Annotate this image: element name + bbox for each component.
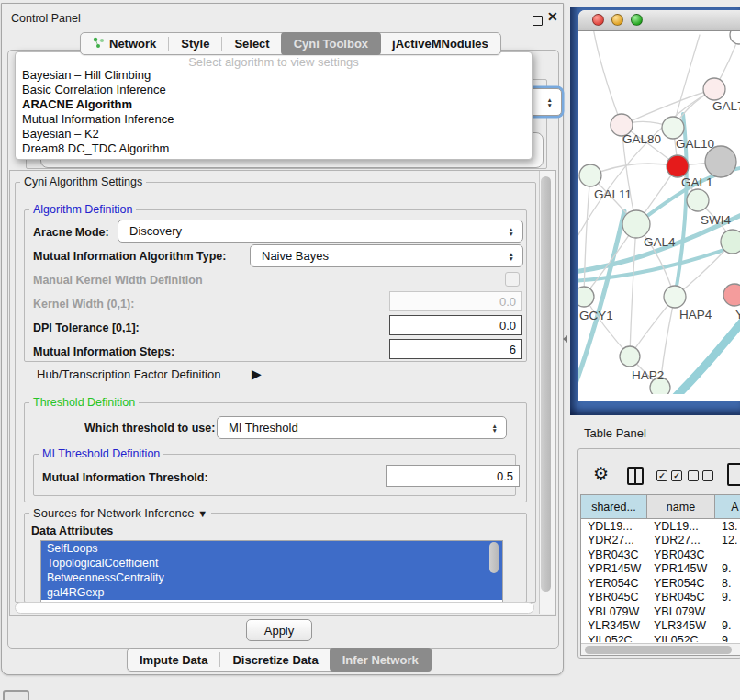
network-node-hap2[interactable] [620, 346, 640, 367]
tab-style[interactable]: Style [169, 33, 221, 54]
dpi-tolerance-field[interactable]: 0.0 [389, 315, 522, 335]
algorithm-option-bayesian-k2[interactable]: Bayesian – K2 [20, 127, 527, 141]
column-header-a[interactable]: A [715, 495, 740, 519]
select-all-columns-icon[interactable]: ✓ ✓ [656, 470, 682, 481]
combo-arrows-icon: ▲▼ [509, 251, 514, 261]
network-window-titlebar[interactable] [578, 10, 740, 31]
tab-impute-data[interactable]: Impute Data [128, 649, 219, 671]
attributes-list-scrollbar[interactable] [489, 542, 499, 573]
network-node-gcy1[interactable] [578, 287, 594, 307]
network-edge[interactable] [584, 297, 630, 356]
network-edge[interactable] [590, 164, 678, 175]
float-window-icon[interactable] [533, 16, 543, 26]
table-horizontal-scrollbar-thumb[interactable] [585, 646, 732, 654]
which-threshold-combobox[interactable]: MI Threshold ▲▼ [217, 416, 507, 439]
tab-label: Cyni Toolbox [294, 37, 368, 51]
tab-select[interactable]: Select [222, 33, 281, 54]
tab-cyni-toolbox[interactable]: Cyni Toolbox [281, 32, 381, 55]
network-node-gal4[interactable] [622, 210, 650, 238]
network-node-swi4[interactable] [687, 189, 709, 211]
table-row[interactable]: YER054CYER054C8. [581, 576, 740, 591]
network-node-yel[interactable] [723, 284, 740, 306]
tab-discretize-data[interactable]: Discretize Data [220, 649, 330, 671]
column-layout-icon[interactable] [627, 467, 644, 485]
settings-horizontal-scrollbar[interactable] [15, 602, 534, 614]
control-panel-tab-bar: NetworkStyleSelectCyni ToolboxjActiveMNo… [80, 32, 501, 55]
deselect-all-columns-icon[interactable] [688, 470, 713, 481]
table-cell: YBR045C [647, 591, 715, 604]
network-edge[interactable] [673, 35, 700, 128]
attribute-item-topologicalcoefficient[interactable]: TopologicalCoefficient [41, 556, 502, 570]
table-row[interactable]: YLR345WYLR345W9. [581, 619, 740, 634]
mi-steps-value: 6 [510, 343, 516, 356]
table-horizontal-scrollbar-track[interactable] [581, 643, 740, 656]
dpi-tolerance-label: DPI Tolerance [0,1]: [33, 322, 140, 334]
table-row[interactable]: YPR145WYPR145W9. [581, 562, 740, 577]
network-node-gal1[interactable] [667, 155, 689, 177]
network-node[interactable] [721, 230, 740, 254]
algorithm-option-basic-correlation-inference[interactable]: Basic Correlation Inference [20, 83, 527, 97]
zoom-traffic-light[interactable] [631, 14, 643, 26]
table-settings-gear-icon[interactable]: ⚙ [593, 465, 609, 482]
network-node-gal7[interactable] [703, 78, 725, 100]
network-node[interactable] [705, 146, 736, 177]
aracne-mode-combobox[interactable]: Discovery ▲▼ [118, 220, 523, 243]
hub-expand-arrow-icon[interactable]: ▶ [252, 367, 262, 381]
network-canvas[interactable]: GAL7GAL80GAL10GAL1GAL11SWI4GAL4GCY1HAP4Y… [578, 31, 740, 394]
table-row[interactable]: YBL079WYBL079W [581, 604, 740, 619]
attribute-item-betweennesscentrality[interactable]: BetweennessCentrality [41, 570, 502, 585]
table-row[interactable]: YBR043CYBR043C [581, 548, 740, 562]
table-row[interactable]: YDR27...YDR27...12. [581, 534, 740, 548]
close-window-icon[interactable]: ✕ [547, 9, 558, 24]
network-node-gal10[interactable] [662, 117, 684, 139]
minimized-panel-icon[interactable] [3, 690, 29, 700]
network-edge[interactable] [593, 31, 622, 125]
manual-kernel-width-checkbox[interactable] [505, 272, 520, 287]
settings-vertical-scrollbar-thumb[interactable] [541, 176, 551, 592]
table-row[interactable]: YIL052CYIL052C9. [581, 633, 740, 642]
network-node-gal11[interactable] [579, 164, 601, 186]
mi-algorithm-type-combobox[interactable]: Naive Bayes ▲▼ [250, 244, 523, 267]
mi-steps-field[interactable]: 6 [389, 339, 522, 359]
algorithm-option-bayesian-hill-climbing[interactable]: Bayesian – Hill Climbing [20, 68, 527, 83]
network-node-hap4[interactable] [664, 286, 686, 308]
aracne-mode-label: Aracne Mode: [33, 226, 109, 239]
panel-splitter-arrow-icon[interactable] [563, 335, 567, 343]
kernel-width-field[interactable]: 0.0 [389, 291, 522, 311]
control-panel-title: Control Panel [11, 12, 81, 25]
algorithm-option-dream8-dc-tdc-algorithm[interactable]: Dream8 DC_TDC Algorithm [20, 141, 527, 156]
mi-algorithm-type-value: Naive Bayes [262, 249, 329, 263]
collapse-arrow-icon[interactable]: ▼ [197, 508, 207, 519]
attribute-item-gal4rgexp[interactable]: gal4RGexp [41, 585, 502, 600]
new-table-file-icon[interactable] [727, 463, 740, 486]
tab-network[interactable]: Network [81, 33, 168, 54]
minimize-traffic-light[interactable] [611, 14, 623, 26]
checked-box-icon: ✓ [671, 470, 682, 481]
node-attribute-table: shared...nameA YDL19...YDL19...13.YDR27.… [580, 494, 740, 656]
tab-label: Discretize Data [232, 653, 318, 667]
table-row[interactable]: YBR045CYBR045C9. [581, 591, 740, 605]
attribute-item-selfloops[interactable]: SelfLoops [41, 541, 502, 556]
table-cell: YDL19... [647, 520, 715, 533]
kernel-width-label: Kernel Width (0,1): [33, 298, 134, 310]
mi-algorithm-type-label: Mutual Information Algorithm Type: [33, 250, 226, 263]
unchecked-box-icon [688, 470, 699, 481]
algorithm-option-aracne-algorithm[interactable]: ARACNE Algorithm [20, 97, 527, 112]
network-edge[interactable] [630, 224, 636, 356]
column-header-shared[interactable]: shared... [581, 495, 647, 519]
cyni-algorithm-settings-title: Cyni Algorithm Settings [20, 175, 146, 188]
network-edge[interactable] [670, 318, 740, 394]
tab-label: Impute Data [140, 653, 207, 667]
tab-jactivemnodules[interactable]: jActiveMNodules [380, 33, 500, 54]
algorithm-option-mutual-information-inference[interactable]: Mutual Information Inference [20, 112, 527, 127]
apply-button[interactable]: Apply [246, 619, 312, 641]
mi-threshold-field[interactable]: 0.5 [386, 465, 520, 487]
tab-infer-network[interactable]: Infer Network [330, 648, 432, 672]
network-node[interactable] [730, 31, 740, 44]
network-node-label: GCY1 [579, 309, 613, 322]
table-row[interactable]: YDL19...YDL19...13. [581, 519, 740, 534]
table-panel-title: Table Panel [584, 426, 646, 440]
close-traffic-light[interactable] [592, 14, 604, 26]
column-header-name[interactable]: name [647, 495, 715, 519]
data-attributes-list[interactable]: SelfLoopsTopologicalCoefficientBetweenne… [40, 540, 503, 603]
